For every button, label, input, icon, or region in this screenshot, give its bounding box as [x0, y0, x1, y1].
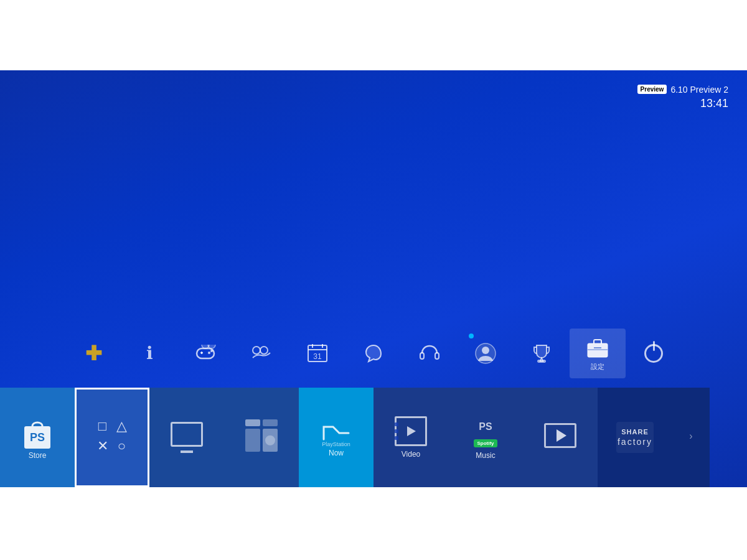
psplus-icon: ✚ — [85, 343, 102, 363]
sidebar-item-user[interactable] — [458, 329, 514, 378]
svg-point-24 — [265, 435, 275, 445]
power-icon — [644, 344, 663, 363]
settings-label: 設定 — [591, 362, 604, 371]
trophy-icon — [532, 343, 552, 364]
svg-rect-15 — [435, 353, 439, 359]
svg-text:PS: PS — [30, 431, 45, 444]
svg-rect-18 — [538, 360, 545, 362]
system-info: Preview 6.10 Preview 2 13:41 — [637, 83, 728, 110]
app-tile-library[interactable]: □ △ ✕ ○ — [75, 388, 149, 487]
sidebar-item-power[interactable] — [626, 329, 682, 378]
ps4-homescreen: Preview 6.10 Preview 2 13:41 ✚ ℹ — [0, 70, 747, 487]
sidebar-item-psplus[interactable]: ✚ — [65, 329, 121, 378]
app-tile-ps-now-streaming[interactable]: PlayStation Now — [299, 388, 374, 487]
ps-cross-icon: ✕ — [95, 438, 110, 454]
app-tile-tv[interactable] — [149, 388, 224, 487]
app-tile-psnow[interactable] — [224, 388, 299, 487]
svg-point-6 — [208, 345, 215, 348]
svg-text:PlayStation: PlayStation — [322, 441, 350, 447]
svg-text:PS: PS — [479, 421, 492, 432]
app-tile-store[interactable]: PS Store — [0, 388, 75, 487]
friends-controller-icon — [194, 345, 217, 362]
sidebar-item-trophies[interactable] — [514, 329, 570, 378]
notification-bubble-icon — [363, 343, 384, 364]
sidebar-item-notifications[interactable] — [345, 329, 402, 378]
svg-point-1 — [208, 352, 210, 354]
sidebar-item-support[interactable] — [402, 329, 458, 378]
grid-cell-4 — [263, 429, 278, 452]
sidebar-item-messages[interactable] — [233, 329, 289, 378]
sidebar-item-calendar[interactable]: 31 — [289, 329, 345, 378]
tv-icon — [171, 422, 203, 453]
settings-icon — [585, 336, 610, 360]
version-badge: Preview 6.10 Preview 2 — [637, 85, 728, 95]
ps-circle-icon: ○ — [114, 438, 129, 454]
music-icon: PS Spotify — [469, 415, 502, 447]
svg-point-17 — [482, 347, 489, 354]
share-factory-icon: SHARE factory — [613, 419, 657, 456]
sidebar-item-settings[interactable]: 設定 — [570, 329, 626, 378]
psnow-grid-icon — [245, 419, 278, 452]
version-text: 6.10 Preview 2 — [670, 85, 728, 95]
ps-square-icon: □ — [95, 418, 110, 434]
sidebar-item-info[interactable]: ℹ — [121, 329, 177, 378]
share-factory-logo: SHARE factory — [613, 388, 657, 487]
app-tile-ps-music[interactable]: PS Spotify Music — [448, 388, 523, 487]
headset-icon — [418, 343, 441, 363]
function-bar: ✚ ℹ — [0, 329, 747, 378]
video-icon — [395, 416, 427, 446]
grid-cell-ps-icon — [263, 429, 278, 452]
user-avatar-icon — [474, 342, 497, 365]
grid-cell-1 — [245, 419, 260, 426]
messages-icon — [250, 344, 273, 363]
ps-music-label: Music — [476, 451, 495, 460]
svg-rect-14 — [420, 353, 424, 359]
store-label: Store — [29, 451, 47, 460]
info-icon: ℹ — [146, 345, 153, 362]
ps-now-streaming-icon: PlayStation — [317, 418, 355, 449]
svg-text:›: › — [689, 431, 692, 441]
svg-text:factory: factory — [618, 437, 652, 447]
app-tile-media-player[interactable] — [523, 388, 598, 487]
app-tile-overflow[interactable]: › — [672, 388, 710, 487]
svg-point-2 — [210, 350, 213, 352]
play-icon — [405, 425, 417, 437]
store-bag-icon: PS — [22, 415, 53, 451]
calendar-icon: 31 — [307, 343, 328, 364]
app-row: PS Store □ △ ✕ ○ — [0, 388, 747, 487]
avatar-online-dot — [469, 334, 474, 338]
grid-cell-2 — [263, 419, 278, 426]
top-white-area — [0, 0, 747, 70]
svg-point-7 — [253, 347, 260, 354]
ps-now-label: Now — [329, 449, 344, 457]
spotify-badge: Spotify — [474, 439, 497, 447]
preview-tag: Preview — [637, 85, 667, 94]
bottom-white-area — [0, 487, 747, 560]
grid-cell-3 — [245, 429, 260, 452]
app-tile-share-factory[interactable]: SHARE factory — [598, 388, 672, 487]
svg-marker-26 — [407, 426, 416, 436]
ps-music-ps-icon: PS — [472, 415, 499, 437]
system-clock: 13:41 — [637, 97, 728, 110]
ps-video-label: Video — [402, 450, 420, 459]
svg-text:SHARE: SHARE — [621, 428, 649, 436]
app-tile-ps-video[interactable]: Video — [374, 388, 448, 487]
library-icon: □ △ ✕ ○ — [95, 418, 129, 453]
overflow-icon: › — [682, 425, 700, 450]
sidebar-item-friends[interactable] — [177, 329, 233, 378]
svg-rect-19 — [588, 343, 608, 357]
svg-point-8 — [260, 347, 268, 354]
media-player-icon — [544, 423, 576, 448]
ps-triangle-icon: △ — [114, 418, 129, 434]
svg-text:31: 31 — [313, 352, 322, 361]
